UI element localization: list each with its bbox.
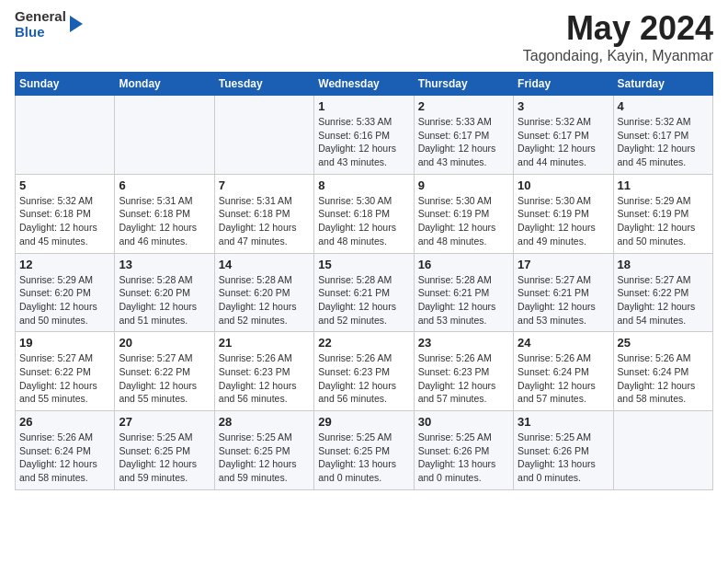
calendar-cell: 6Sunrise: 5:31 AMSunset: 6:18 PMDaylight… bbox=[115, 174, 214, 253]
day-number: 20 bbox=[119, 336, 210, 350]
cell-info: Sunrise: 5:30 AMSunset: 6:19 PMDaylight:… bbox=[518, 194, 609, 248]
day-number: 15 bbox=[318, 258, 409, 271]
day-number: 17 bbox=[518, 258, 609, 271]
calendar-cell bbox=[214, 96, 313, 175]
cell-info: Sunrise: 5:33 AMSunset: 6:17 PMDaylight:… bbox=[418, 115, 509, 169]
calendar-cell: 24Sunrise: 5:26 AMSunset: 6:24 PMDayligh… bbox=[514, 332, 613, 411]
day-number: 11 bbox=[618, 178, 709, 192]
calendar-cell: 22Sunrise: 5:26 AMSunset: 6:23 PMDayligh… bbox=[314, 332, 414, 411]
cell-info: Sunrise: 5:30 AMSunset: 6:18 PMDaylight:… bbox=[318, 194, 409, 248]
day-number: 6 bbox=[119, 178, 210, 192]
day-number: 23 bbox=[418, 336, 509, 350]
calendar-cell: 14Sunrise: 5:28 AMSunset: 6:20 PMDayligh… bbox=[214, 253, 313, 332]
day-number: 7 bbox=[219, 178, 310, 192]
header-day: Thursday bbox=[414, 73, 513, 96]
page-subtitle: Tagondaing, Kayin, Myanmar bbox=[523, 48, 713, 64]
cell-info: Sunrise: 5:26 AMSunset: 6:24 PMDaylight:… bbox=[518, 351, 609, 406]
cell-info: Sunrise: 5:32 AMSunset: 6:17 PMDaylight:… bbox=[518, 115, 609, 169]
header: General Blue May 2024 Tagondaing, Kayin,… bbox=[15, 9, 713, 64]
day-number: 29 bbox=[318, 415, 409, 429]
calendar-cell: 18Sunrise: 5:27 AMSunset: 6:22 PMDayligh… bbox=[613, 253, 712, 332]
day-number: 18 bbox=[618, 258, 709, 271]
calendar-cell: 4Sunrise: 5:32 AMSunset: 6:17 PMDaylight… bbox=[613, 96, 712, 175]
day-number: 5 bbox=[19, 178, 110, 192]
day-number: 22 bbox=[318, 336, 409, 350]
calendar-cell bbox=[613, 411, 712, 490]
calendar-cell: 2Sunrise: 5:33 AMSunset: 6:17 PMDaylight… bbox=[414, 96, 513, 175]
cell-info: Sunrise: 5:27 AMSunset: 6:22 PMDaylight:… bbox=[19, 351, 110, 406]
calendar-table: SundayMondayTuesdayWednesdayThursdayFrid… bbox=[15, 72, 713, 490]
calendar-cell: 23Sunrise: 5:26 AMSunset: 6:23 PMDayligh… bbox=[414, 332, 513, 411]
calendar-cell: 30Sunrise: 5:25 AMSunset: 6:26 PMDayligh… bbox=[414, 411, 513, 490]
calendar-cell: 1Sunrise: 5:33 AMSunset: 6:16 PMDaylight… bbox=[314, 96, 414, 175]
cell-info: Sunrise: 5:30 AMSunset: 6:19 PMDaylight:… bbox=[418, 194, 509, 248]
calendar-cell: 11Sunrise: 5:29 AMSunset: 6:19 PMDayligh… bbox=[613, 174, 712, 253]
day-number: 19 bbox=[19, 336, 110, 350]
day-number: 28 bbox=[219, 415, 310, 429]
calendar-cell: 7Sunrise: 5:31 AMSunset: 6:18 PMDaylight… bbox=[214, 174, 313, 253]
calendar-cell: 10Sunrise: 5:30 AMSunset: 6:19 PMDayligh… bbox=[514, 174, 613, 253]
calendar-cell: 17Sunrise: 5:27 AMSunset: 6:21 PMDayligh… bbox=[514, 253, 613, 332]
calendar-cell: 31Sunrise: 5:25 AMSunset: 6:26 PMDayligh… bbox=[514, 411, 613, 490]
cell-info: Sunrise: 5:27 AMSunset: 6:22 PMDaylight:… bbox=[618, 273, 709, 327]
calendar-week-row: 1Sunrise: 5:33 AMSunset: 6:16 PMDaylight… bbox=[16, 96, 713, 175]
calendar-week-row: 26Sunrise: 5:26 AMSunset: 6:24 PMDayligh… bbox=[16, 411, 713, 490]
day-number: 26 bbox=[19, 415, 110, 429]
calendar-cell: 27Sunrise: 5:25 AMSunset: 6:25 PMDayligh… bbox=[115, 411, 214, 490]
calendar-week-row: 5Sunrise: 5:32 AMSunset: 6:18 PMDaylight… bbox=[16, 174, 713, 253]
calendar-cell: 9Sunrise: 5:30 AMSunset: 6:19 PMDaylight… bbox=[414, 174, 513, 253]
cell-info: Sunrise: 5:26 AMSunset: 6:23 PMDaylight:… bbox=[418, 351, 509, 406]
logo: General Blue bbox=[15, 9, 83, 40]
cell-info: Sunrise: 5:25 AMSunset: 6:25 PMDaylight:… bbox=[119, 431, 210, 485]
calendar-cell: 19Sunrise: 5:27 AMSunset: 6:22 PMDayligh… bbox=[16, 332, 115, 411]
calendar-cell: 13Sunrise: 5:28 AMSunset: 6:20 PMDayligh… bbox=[115, 253, 214, 332]
header-day: Sunday bbox=[16, 73, 115, 96]
cell-info: Sunrise: 5:29 AMSunset: 6:20 PMDaylight:… bbox=[19, 273, 110, 327]
calendar-cell: 29Sunrise: 5:25 AMSunset: 6:25 PMDayligh… bbox=[314, 411, 414, 490]
day-number: 31 bbox=[518, 415, 609, 429]
day-number: 2 bbox=[418, 99, 509, 113]
day-number: 21 bbox=[219, 336, 310, 350]
cell-info: Sunrise: 5:25 AMSunset: 6:26 PMDaylight:… bbox=[518, 431, 609, 485]
calendar-cell bbox=[115, 96, 214, 175]
day-number: 14 bbox=[219, 258, 310, 271]
cell-info: Sunrise: 5:32 AMSunset: 6:18 PMDaylight:… bbox=[19, 194, 110, 248]
cell-info: Sunrise: 5:27 AMSunset: 6:21 PMDaylight:… bbox=[518, 273, 609, 327]
cell-info: Sunrise: 5:33 AMSunset: 6:16 PMDaylight:… bbox=[318, 115, 409, 169]
cell-info: Sunrise: 5:25 AMSunset: 6:25 PMDaylight:… bbox=[219, 431, 310, 485]
day-number: 8 bbox=[318, 178, 409, 192]
calendar-cell: 28Sunrise: 5:25 AMSunset: 6:25 PMDayligh… bbox=[214, 411, 313, 490]
cell-info: Sunrise: 5:26 AMSunset: 6:24 PMDaylight:… bbox=[19, 431, 110, 485]
calendar-cell bbox=[16, 96, 115, 175]
day-number: 10 bbox=[518, 178, 609, 192]
cell-info: Sunrise: 5:31 AMSunset: 6:18 PMDaylight:… bbox=[119, 194, 210, 248]
cell-info: Sunrise: 5:26 AMSunset: 6:24 PMDaylight:… bbox=[618, 351, 709, 406]
calendar-week-row: 19Sunrise: 5:27 AMSunset: 6:22 PMDayligh… bbox=[16, 332, 713, 411]
logo-blue: Blue bbox=[15, 25, 66, 40]
day-number: 9 bbox=[418, 178, 509, 192]
header-day: Friday bbox=[514, 73, 613, 96]
day-number: 16 bbox=[418, 258, 509, 271]
calendar-cell: 8Sunrise: 5:30 AMSunset: 6:18 PMDaylight… bbox=[314, 174, 414, 253]
day-number: 3 bbox=[518, 99, 609, 113]
calendar-cell: 5Sunrise: 5:32 AMSunset: 6:18 PMDaylight… bbox=[16, 174, 115, 253]
logo-arrow-icon bbox=[70, 16, 83, 32]
cell-info: Sunrise: 5:28 AMSunset: 6:20 PMDaylight:… bbox=[219, 273, 310, 327]
day-number: 1 bbox=[318, 99, 409, 113]
cell-info: Sunrise: 5:28 AMSunset: 6:20 PMDaylight:… bbox=[119, 273, 210, 327]
cell-info: Sunrise: 5:32 AMSunset: 6:17 PMDaylight:… bbox=[618, 115, 709, 169]
calendar-cell: 12Sunrise: 5:29 AMSunset: 6:20 PMDayligh… bbox=[16, 253, 115, 332]
title-area: May 2024 Tagondaing, Kayin, Myanmar bbox=[523, 9, 713, 64]
day-number: 13 bbox=[119, 258, 210, 271]
cell-info: Sunrise: 5:26 AMSunset: 6:23 PMDaylight:… bbox=[219, 351, 310, 406]
calendar-cell: 21Sunrise: 5:26 AMSunset: 6:23 PMDayligh… bbox=[214, 332, 313, 411]
calendar-week-row: 12Sunrise: 5:29 AMSunset: 6:20 PMDayligh… bbox=[16, 253, 713, 332]
day-number: 4 bbox=[618, 99, 709, 113]
day-number: 30 bbox=[418, 415, 509, 429]
header-day: Tuesday bbox=[214, 73, 313, 96]
calendar-cell: 3Sunrise: 5:32 AMSunset: 6:17 PMDaylight… bbox=[514, 96, 613, 175]
cell-info: Sunrise: 5:27 AMSunset: 6:22 PMDaylight:… bbox=[119, 351, 210, 406]
calendar-cell: 15Sunrise: 5:28 AMSunset: 6:21 PMDayligh… bbox=[314, 253, 414, 332]
cell-info: Sunrise: 5:25 AMSunset: 6:25 PMDaylight:… bbox=[318, 431, 409, 485]
cell-info: Sunrise: 5:26 AMSunset: 6:23 PMDaylight:… bbox=[318, 351, 409, 406]
